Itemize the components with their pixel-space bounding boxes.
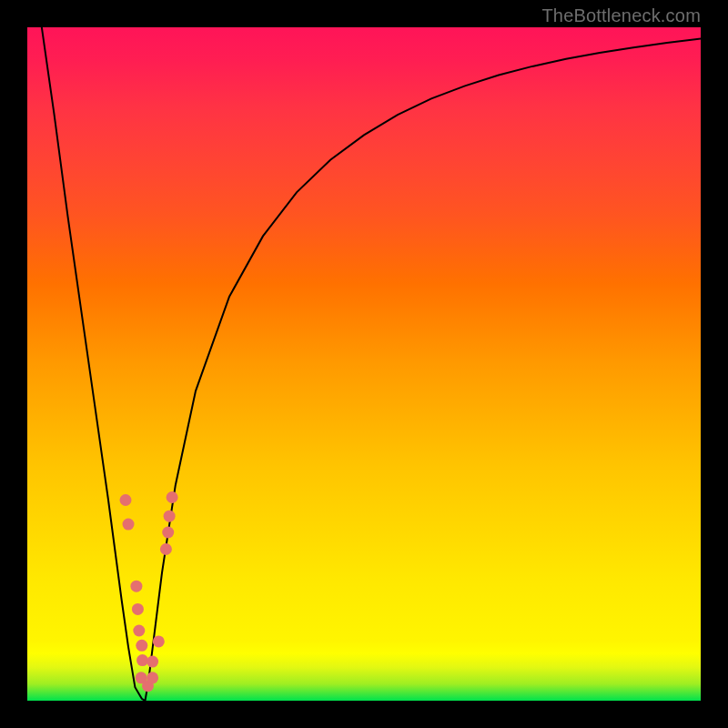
data-point [160, 543, 172, 555]
data-point [130, 581, 142, 592]
data-point [167, 491, 178, 503]
data-point [164, 511, 176, 522]
data-point [136, 654, 148, 666]
data-point [132, 603, 144, 615]
chart-frame: TheBottleneck.com [0, 0, 728, 728]
chart-overlay [27, 27, 701, 701]
data-point [136, 640, 147, 652]
attribution-text: TheBottleneck.com [541, 5, 701, 26]
data-point [133, 625, 145, 637]
data-points-group [120, 491, 178, 692]
data-point [147, 656, 158, 668]
data-point [162, 527, 174, 539]
data-point [153, 635, 165, 647]
data-point [120, 494, 132, 506]
data-point [123, 519, 135, 531]
bottleneck-curve [27, 27, 701, 701]
data-point [147, 672, 158, 683]
